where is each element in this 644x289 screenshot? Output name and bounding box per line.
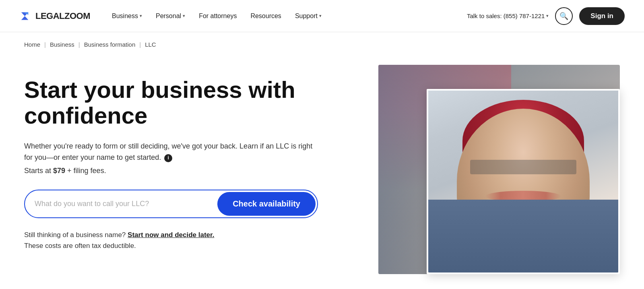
chevron-down-icon: ▾ xyxy=(319,13,322,19)
breadcrumb-sep-1: | xyxy=(44,41,46,48)
talk-to-sales[interactable]: Talk to sales: (855) 787-1221 ▾ xyxy=(467,12,549,19)
breadcrumb-sep-2: | xyxy=(78,41,80,48)
check-availability-button[interactable]: Check availability xyxy=(217,192,316,216)
sign-in-button[interactable]: Sign in xyxy=(579,7,625,25)
llc-name-input[interactable] xyxy=(25,192,216,215)
logo-icon xyxy=(19,10,32,23)
bottom-line-2: These costs are often tax deductible. xyxy=(24,240,354,251)
nav-right: Talk to sales: (855) 787-1221 ▾ 🔍 Sign i… xyxy=(467,7,625,25)
search-icon: 🔍 xyxy=(559,12,568,21)
hero-title: Start your business with confidence xyxy=(24,77,354,128)
main-content: Start your business with confidence Whet… xyxy=(0,57,644,289)
person-glasses xyxy=(470,160,576,174)
hero-image-foreground xyxy=(427,89,620,274)
nav-item-resources[interactable]: Resources xyxy=(245,9,287,23)
bottom-text: Still thinking of a business name? Start… xyxy=(24,229,354,251)
bottom-line-1: Still thinking of a business name? Start… xyxy=(24,229,354,240)
nav-item-business[interactable]: Business ▾ xyxy=(106,9,148,23)
nav-item-personal[interactable]: Personal ▾ xyxy=(150,9,191,23)
nav-links: Business ▾ Personal ▾ For attorneys Reso… xyxy=(106,9,467,23)
search-button[interactable]: 🔍 xyxy=(555,7,573,25)
hero-image-section xyxy=(378,65,620,274)
nav-item-support[interactable]: Support ▾ xyxy=(289,9,327,23)
chevron-down-icon: ▾ xyxy=(140,13,142,19)
info-icon[interactable]: i xyxy=(164,154,172,162)
logo[interactable]: LEGALZOOM xyxy=(19,10,90,23)
breadcrumb-business-formation[interactable]: Business formation xyxy=(84,41,136,48)
chevron-down-icon: ▾ xyxy=(183,13,185,19)
hero-price: Starts at $79 + filing fees. xyxy=(24,167,354,175)
navbar: LEGALZOOM Business ▾ Personal ▾ For atto… xyxy=(0,0,644,32)
hero-image-container xyxy=(378,65,620,274)
svg-rect-0 xyxy=(19,10,32,23)
hero-left: Start your business with confidence Whet… xyxy=(24,65,354,252)
logo-text: LEGALZOOM xyxy=(35,11,90,21)
breadcrumb-business[interactable]: Business xyxy=(50,41,74,48)
chevron-down-icon: ▾ xyxy=(546,13,549,19)
fg-content xyxy=(428,91,618,272)
breadcrumb: Home | Business | Business formation | L… xyxy=(0,32,644,57)
breadcrumb-home[interactable]: Home xyxy=(24,41,40,48)
breadcrumb-current: LLC xyxy=(145,41,156,48)
llc-name-search-form: Check availability xyxy=(24,190,318,218)
person-shirt xyxy=(428,200,618,272)
hero-description: Whether you're ready to form or still de… xyxy=(24,140,314,164)
breadcrumb-sep-3: | xyxy=(139,41,141,48)
nav-item-attorneys[interactable]: For attorneys xyxy=(193,9,242,23)
start-now-link[interactable]: Start now and decide later. xyxy=(128,231,214,239)
